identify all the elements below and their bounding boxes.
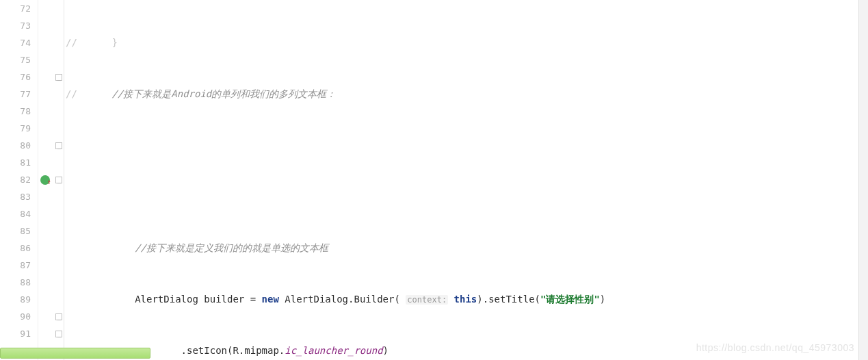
code-line: AlertDialog builder = new AlertDialog.Bu… bbox=[64, 291, 868, 308]
line-number[interactable]: 73 bbox=[0, 17, 31, 34]
watermark-text: https://blog.csdn.net/qq_45973003 bbox=[696, 342, 854, 353]
fold-toggle-icon[interactable] bbox=[55, 313, 62, 320]
line-number[interactable]: 89 bbox=[0, 291, 31, 308]
line-number[interactable]: 81 bbox=[0, 154, 31, 171]
code-line: // //接下来就是Android的单列和我们的多列文本框： bbox=[64, 86, 868, 103]
fold-toggle-icon[interactable] bbox=[55, 177, 62, 183]
line-number[interactable]: 75 bbox=[0, 51, 31, 68]
code-editor: 72 73 74 75 76 77 78 79 80 81 82 83 84 8… bbox=[0, 0, 868, 360]
line-number[interactable]: 86 bbox=[0, 240, 31, 257]
status-indicator bbox=[0, 348, 150, 359]
fold-toggle-icon[interactable] bbox=[55, 74, 62, 81]
line-number[interactable]: 79 bbox=[0, 120, 31, 137]
line-number[interactable]: 80 bbox=[0, 137, 31, 154]
line-number[interactable]: 78 bbox=[0, 103, 31, 120]
line-number[interactable]: 82 bbox=[0, 171, 31, 188]
vertical-scrollbar[interactable] bbox=[858, 0, 868, 360]
line-number[interactable]: 77 bbox=[0, 86, 31, 103]
fold-toggle-icon[interactable] bbox=[55, 331, 62, 337]
line-number[interactable]: 85 bbox=[0, 222, 31, 240]
line-number-gutter: 72 73 74 75 76 77 78 79 80 81 82 83 84 8… bbox=[0, 0, 38, 360]
line-number[interactable]: 90 bbox=[0, 308, 31, 325]
code-line: //接下来就是定义我们的的就是单选的文本框 bbox=[64, 240, 868, 257]
line-number[interactable]: 74 bbox=[0, 34, 31, 51]
line-number[interactable]: 83 bbox=[0, 188, 31, 205]
line-number[interactable]: 72 bbox=[0, 0, 31, 17]
code-text-area[interactable]: // } // //接下来就是Android的单列和我们的多列文本框： //接下… bbox=[64, 0, 868, 360]
fold-toggle-icon[interactable] bbox=[55, 142, 62, 149]
line-number[interactable]: 84 bbox=[0, 205, 31, 222]
code-line: // } bbox=[64, 34, 868, 51]
line-number[interactable]: 76 bbox=[0, 68, 31, 86]
override-gutter-icon[interactable] bbox=[40, 175, 50, 185]
code-line bbox=[64, 188, 868, 205]
line-number[interactable]: 88 bbox=[0, 274, 31, 291]
code-line bbox=[64, 137, 868, 154]
line-number[interactable]: 87 bbox=[0, 257, 31, 274]
gutter-markers bbox=[38, 0, 64, 360]
line-number[interactable]: 91 bbox=[0, 325, 31, 342]
